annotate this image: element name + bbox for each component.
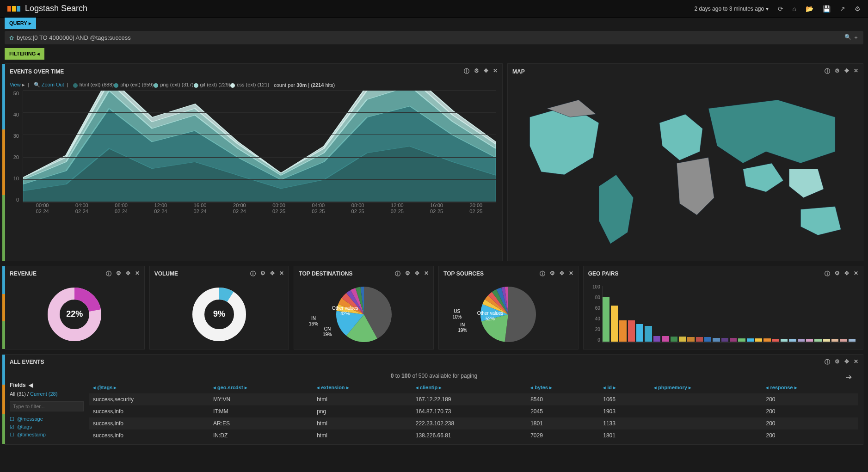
gear-icon[interactable]: ⚙ [116, 270, 121, 278]
close-icon[interactable]: ✕ [569, 270, 573, 278]
gear-icon[interactable]: ⚙ [405, 270, 410, 278]
column-header[interactable]: ◂ response ▸ [762, 382, 858, 393]
panel-map: MAP ⓘ ⚙ ✥ ✕ [507, 63, 863, 261]
info-icon[interactable]: ⓘ [825, 270, 830, 278]
filtering-tab-bar: FILTERING ◂ [0, 48, 868, 60]
top-src-pie[interactable]: Other values52%IN19%US10% [443, 284, 573, 344]
gear-icon[interactable]: ⚙ [550, 270, 555, 278]
eot-chart[interactable]: 01020304050 00:0002-2404:0002-2408:0002-… [10, 91, 498, 215]
gear-icon[interactable]: ⚙ [835, 270, 840, 278]
table-row[interactable]: success,infoAR:EShtml222.23.102.23818011… [89, 417, 858, 429]
close-icon[interactable]: ✕ [135, 270, 140, 278]
panel-volume: VOLUME ⓘ⚙✥✕ 9% [149, 266, 289, 349]
info-icon[interactable]: ⓘ [250, 270, 256, 278]
gear-icon[interactable]: ⚙ [260, 270, 265, 278]
column-header[interactable]: ◂ extension ▸ [313, 382, 412, 393]
close-icon[interactable]: ✕ [854, 67, 858, 75]
pager: 0 to 100 of 500 available for paging ➔ [5, 370, 863, 382]
legend-item[interactable]: css (ext) (121) [230, 82, 269, 87]
move-icon[interactable]: ✥ [415, 270, 419, 278]
top-dest-pie[interactable]: Other values42%CN19%IN16% [299, 284, 429, 344]
query-tab[interactable]: QUERY ▸ [5, 18, 36, 29]
app-title: Logstash Search [25, 4, 87, 13]
column-header[interactable]: ◂ @tags ▸ [89, 382, 209, 393]
panel-top-destinations: TOP DESTINATIONS ⓘ⚙✥✕ Other values42%CN1… [294, 266, 434, 349]
events-table: ◂ @tags ▸◂ geo.srcdst ▸◂ extension ▸◂ cl… [89, 382, 858, 441]
panel-top-sources: TOP SOURCES ⓘ⚙✥✕ Other values52%IN19%US1… [438, 266, 579, 349]
column-header[interactable]: ◂ bytes ▸ [527, 382, 599, 393]
table-row[interactable]: success,infoIT:MMpng164.87.170.732045190… [89, 405, 858, 417]
search-icon[interactable]: 🔍 [844, 34, 851, 42]
volume-donut[interactable]: 9% [154, 284, 284, 344]
time-range-picker[interactable]: 2 days ago to 3 minutes ago ▾ [694, 6, 768, 12]
current-fields-link[interactable]: Current (28) [30, 391, 57, 397]
save-icon[interactable]: 💾 [823, 5, 831, 12]
header: Logstash Search 2 days ago to 3 minutes … [0, 0, 868, 18]
close-icon[interactable]: ✕ [279, 270, 284, 278]
close-icon[interactable]: ✕ [854, 270, 858, 278]
fields-sidebar: Fields ◀ All (31) / Current (28) ☐ @mess… [10, 382, 84, 441]
filtering-tab[interactable]: FILTERING ◂ [5, 48, 44, 60]
legend-item[interactable]: php (ext) (659) [114, 82, 154, 87]
info-icon[interactable]: ⓘ [540, 270, 545, 278]
move-icon[interactable]: ✥ [270, 270, 275, 278]
settings-icon[interactable]: ⚙ [855, 5, 861, 12]
info-icon[interactable]: ⓘ [825, 67, 830, 75]
geo-pairs-chart[interactable]: 020406080100 [588, 284, 858, 344]
gear-icon[interactable]: ⚙ [835, 67, 840, 75]
field-filter-input[interactable] [10, 401, 84, 411]
app-logo [7, 6, 20, 12]
table-row[interactable]: success,infoIN:DZhtml138.226.66.81702918… [89, 429, 858, 441]
view-link[interactable]: View [10, 82, 21, 87]
query-tab-bar: QUERY ▸ [0, 18, 868, 29]
move-icon[interactable]: ✥ [560, 270, 564, 278]
add-query-icon[interactable]: ＋ [853, 34, 859, 42]
panel-geo-pairs: GEO PAIRS ⓘ⚙✥✕ 020406080100 [583, 266, 863, 349]
query-input[interactable] [17, 34, 844, 41]
revenue-donut[interactable]: 22% [10, 284, 140, 344]
move-icon[interactable]: ✥ [844, 358, 849, 366]
info-icon[interactable]: ⓘ [825, 358, 830, 366]
query-row: ✿ 🔍 ＋ [5, 31, 863, 44]
gear-icon[interactable]: ⚙ [474, 67, 479, 75]
column-header[interactable]: ◂ clientip ▸ [412, 382, 527, 393]
field-item[interactable]: ☑ @tags [10, 423, 84, 431]
panel-revenue: REVENUE ⓘ⚙✥✕ 22% [5, 266, 145, 349]
query-gear-icon[interactable]: ✿ [9, 35, 14, 41]
panel-all-events: ALL EVENTS ⓘ⚙✥✕ 0 to 100 of 500 availabl… [5, 354, 863, 445]
info-icon[interactable]: ⓘ [464, 67, 469, 75]
info-icon[interactable]: ⓘ [106, 270, 111, 278]
move-icon[interactable]: ✥ [844, 67, 849, 75]
field-item[interactable]: ☐ @message [10, 415, 84, 423]
panel-title: MAP [512, 68, 825, 75]
home-icon[interactable]: ⌂ [793, 5, 796, 12]
column-header[interactable]: ◂ id ▸ [599, 382, 650, 393]
collapse-icon[interactable]: ◀ [29, 382, 33, 388]
world-map[interactable] [508, 79, 863, 261]
zoom-out-link[interactable]: 🔍 Zoom Out [34, 82, 64, 87]
move-icon[interactable]: ✥ [844, 270, 849, 278]
open-icon[interactable]: 📂 [806, 5, 813, 12]
panel-title: EVENTS OVER TIME [10, 68, 464, 75]
legend-item[interactable]: png (ext) (317) [154, 82, 193, 87]
close-icon[interactable]: ✕ [493, 67, 498, 75]
move-icon[interactable]: ✥ [126, 270, 130, 278]
info-icon[interactable]: ⓘ [395, 270, 400, 278]
pager-next-icon[interactable]: ➔ [846, 373, 852, 381]
column-header[interactable]: ◂ geo.srcdst ▸ [209, 382, 313, 393]
legend-item[interactable]: html (ext) (888) [73, 82, 114, 87]
refresh-icon[interactable]: ⟳ [778, 5, 783, 12]
close-icon[interactable]: ✕ [424, 270, 429, 278]
close-icon[interactable]: ✕ [854, 358, 858, 366]
gear-icon[interactable]: ⚙ [835, 358, 840, 366]
share-icon[interactable]: ↗ [840, 5, 845, 12]
eot-legend: View ▸ | 🔍 Zoom Out | html (ext) (888)ph… [10, 82, 498, 88]
panel-events-over-time: EVENTS OVER TIME ⓘ ⚙ ✥ ✕ View ▸ | 🔍 Zoom… [5, 63, 503, 261]
legend-item[interactable]: gif (ext) (229) [194, 82, 230, 87]
column-header[interactable]: ◂ phpmemory ▸ [650, 382, 763, 393]
field-item[interactable]: ☐ @timestamp [10, 431, 84, 439]
header-actions: 2 days ago to 3 minutes ago ▾ ⟳ ⌂ 📂 💾 ↗ … [694, 5, 861, 12]
table-row[interactable]: success,securityMY:VNhtml167.12.22.18985… [89, 393, 858, 405]
move-icon[interactable]: ✥ [484, 67, 488, 75]
